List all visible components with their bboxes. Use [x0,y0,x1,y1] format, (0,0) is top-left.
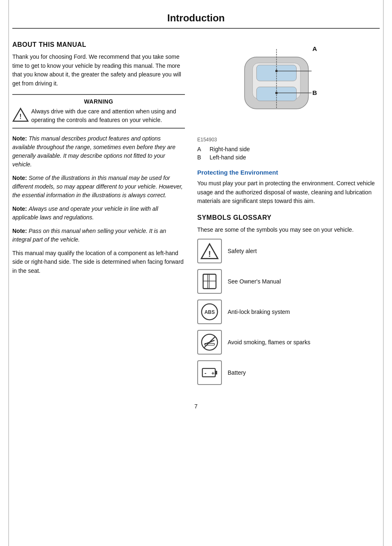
closing-text: This manual may qualify the location of … [12,249,185,276]
note-3-label: Note: [12,205,27,212]
symbols-heading: SYMBOLS GLOSSARY [197,214,380,221]
vehicle-diagram: A B [221,41,356,137]
image-caption: E154903 [197,137,380,143]
safety-alert-label: Safety alert [228,248,257,254]
legend-row-b: B Left-hand side [197,154,380,161]
right-column: A B E154903 A Right-hand side B Left [197,41,380,391]
svg-text:-: - [204,369,206,376]
note-2: Note: Some of the illustrations in this … [12,174,185,200]
owners-manual-label: See Owner's Manual [228,278,281,285]
left-column: ABOUT THIS MANUAL Thank you for choosing… [12,41,185,391]
intro-text: Thank you for choosing Ford. We recommen… [12,53,185,88]
main-content: ABOUT THIS MANUAL Thank you for choosing… [12,41,380,391]
svg-text:!: ! [208,249,211,258]
svg-rect-26 [215,371,217,374]
note-1: Note: This manual describes product feat… [12,134,185,169]
note-1-label: Note: [12,135,27,142]
right-margin [383,0,392,546]
warning-text: Always drive with due care and attention… [31,107,185,124]
note-4: Note: Pass on this manual when selling y… [12,227,185,244]
legend-letter-b: B [197,154,205,161]
page-title: Introduction [12,12,380,29]
page-number: 7 [12,403,380,418]
svg-point-7 [275,70,278,72]
env-text: You must play your part in protecting th… [197,179,380,206]
vehicle-diagram-area: A B E154903 A Right-hand side B Left [197,41,380,161]
env-section: Protecting the Environment You must play… [197,169,380,206]
symbol-row-safety: ! Safety alert [197,239,380,263]
svg-line-24 [204,336,215,348]
symbols-section: SYMBOLS GLOSSARY These are some of the s… [197,214,380,385]
svg-text:A: A [312,45,317,52]
safety-alert-icon: ! [197,239,222,263]
legend-letter-a: A [197,146,205,152]
note-3: Note: Always use and operate your vehicl… [12,205,185,222]
warning-box: WARNING ! Always drive with due care and… [12,94,185,129]
no-smoking-label: Avoid smoking, flames or sparks [228,339,310,346]
symbol-row-battery: - + Battery [197,360,380,385]
owners-manual-icon [197,269,222,294]
legend-row-a: A Right-hand side [197,146,380,152]
note-3-text: Always use and operate your vehicle in l… [12,205,158,221]
symbols-intro: These are some of the symbols you may se… [197,226,380,235]
svg-point-8 [275,92,278,94]
note-2-text: Some of the illustrations in this manual… [12,175,183,198]
warning-content: ! Always drive with due care and attenti… [12,107,185,124]
svg-text:ABS: ABS [204,309,214,315]
warning-triangle-icon: ! [12,107,27,122]
legend-label-b: Left-hand side [210,154,246,161]
left-margin [0,0,9,546]
note-1-text: This manual describes product features a… [12,135,175,168]
svg-text:+: + [212,370,215,376]
symbol-row-nosmoking: Avoid smoking, flames or sparks [197,330,380,355]
warning-title: WARNING [12,98,185,105]
abs-icon: ABS [197,299,222,324]
svg-rect-15 [203,274,216,288]
symbol-row-abs: ABS Anti-lock braking system [197,299,380,324]
svg-text:!: ! [19,113,21,120]
symbol-row-manual: See Owner's Manual [197,269,380,294]
battery-icon: - + [197,360,222,385]
no-smoking-icon [197,330,222,355]
env-heading: Protecting the Environment [197,169,380,176]
about-heading: ABOUT THIS MANUAL [12,41,185,48]
svg-text:B: B [312,89,317,96]
abs-label: Anti-lock braking system [228,309,290,315]
battery-label: Battery [228,369,246,376]
note-4-label: Note: [12,228,27,234]
page: Introduction ABOUT THIS MANUAL Thank you… [0,0,392,546]
svg-rect-16 [203,274,209,288]
note-2-label: Note: [12,175,27,181]
note-4-text: Pass on this manual when selling your ve… [12,228,166,243]
legend-label-a: Right-hand side [210,146,250,152]
